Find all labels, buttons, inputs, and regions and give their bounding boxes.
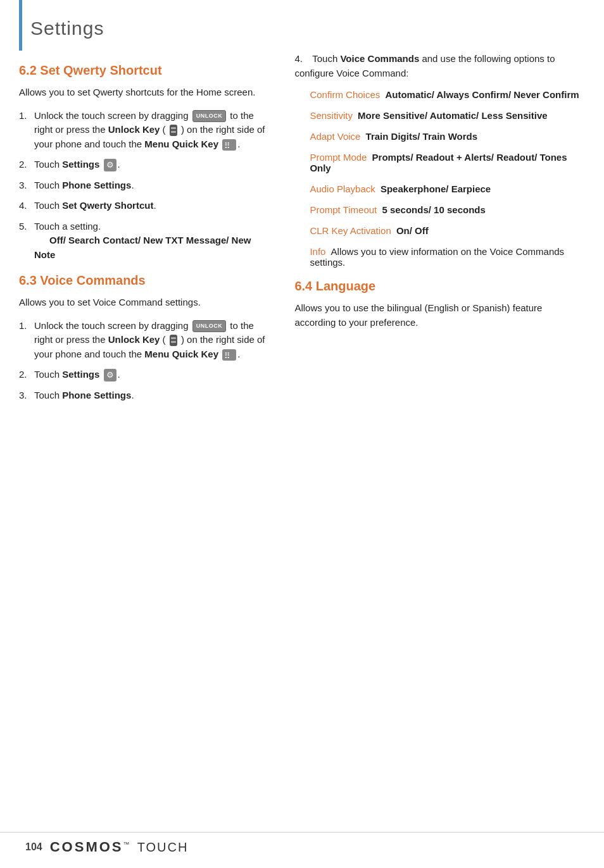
settings-icon: ⚙	[104, 369, 116, 381]
step-62-3: 3. Touch Phone Settings.	[19, 178, 269, 193]
option-prompt-timeout: Prompt Timeout 5 seconds/ 10 seconds	[310, 204, 585, 215]
right-column: 4. Touch Voice Commands and use the foll…	[282, 46, 585, 414]
option-value-adapt-voice: Train Digits/ Train Words	[366, 131, 477, 142]
menu-quick-key-label: Menu Quick Key	[144, 349, 218, 359]
step-63-3: 3. Touch Phone Settings.	[19, 388, 269, 403]
option-label-prompt-timeout: Prompt Timeout	[310, 204, 377, 215]
step-text: Touch Set Qwerty Shortcut.	[34, 199, 269, 213]
option-confirm-choices: Confirm Choices Automatic/ Always Confir…	[310, 89, 585, 100]
page-title: Settings	[0, 0, 604, 46]
step4-num: 4.	[294, 52, 310, 66]
step-63-1: 1. Unlock the touch screen by dragging U…	[19, 319, 269, 362]
menu-key-icon	[222, 139, 236, 151]
step-62-4: 4. Touch Set Qwerty Shortcut.	[19, 199, 269, 213]
section-62-desc: Allows you to set Qwerty shortcuts for t…	[19, 85, 269, 100]
option-value-audio-playback: Speakerphone/ Earpiece	[381, 183, 491, 194]
step-text: Touch Phone Settings.	[34, 178, 269, 193]
step-text: Unlock the touch screen by dragging UNLO…	[34, 109, 269, 152]
step-num: 3.	[19, 388, 34, 403]
option-label-audio-playback: Audio Playback	[310, 183, 375, 194]
option-value-prompt-timeout: 5 seconds/ 10 seconds	[382, 204, 485, 215]
option-label-sensitivity: Sensitivity	[310, 110, 353, 121]
unlock-key-label: Unlock Key	[108, 334, 160, 345]
step-62-2: 2. Touch Settings ⚙.	[19, 158, 269, 172]
option-value-clr-key: On/ Off	[396, 225, 429, 236]
option-prompt-mode: Prompt Mode Prompts/ Readout + Alerts/ R…	[310, 152, 585, 173]
unlock-key-label: Unlock Key	[108, 124, 160, 135]
unlock-button-img: UNLOCK	[192, 320, 227, 333]
step-62-5: 5. Touch a setting. Off/ Search Contact/…	[19, 220, 269, 263]
key-icon	[170, 335, 177, 346]
step-num: 1.	[19, 109, 34, 123]
section-64-desc: Allows you to use the bilingual (English…	[294, 301, 585, 330]
menu-quick-key-label: Menu Quick Key	[144, 139, 218, 149]
phone-settings-label: Phone Settings	[62, 180, 131, 190]
step-num: 2.	[19, 158, 34, 172]
step-num: 1.	[19, 319, 34, 333]
brand-touch: TOUCH	[137, 840, 189, 854]
set-qwerty-label: Set Qwerty Shortcut	[62, 200, 153, 211]
option-label-prompt-mode: Prompt Mode	[310, 152, 367, 163]
unlock-button-img: UNLOCK	[192, 110, 227, 123]
settings-label: Settings	[62, 159, 99, 170]
step-62-5-sub: Off/ Search Contact/ New TXT Message/ Ne…	[34, 235, 251, 260]
settings-icon: ⚙	[104, 159, 116, 171]
step-text: Unlock the touch screen by dragging UNLO…	[34, 319, 269, 362]
page-footer: 104 COSMOS™ TOUCH	[0, 832, 604, 855]
footer-brand-name: COSMOS™ TOUCH	[50, 839, 189, 855]
settings-label: Settings	[62, 369, 99, 380]
step-63-2: 2. Touch Settings ⚙.	[19, 368, 269, 382]
option-value-info: Allows you to view information on the Vo…	[310, 246, 564, 268]
option-label-adapt-voice: Adapt Voice	[310, 131, 360, 142]
brand-tm: ™	[123, 841, 132, 848]
voice-commands-label: Voice Commands	[340, 53, 419, 64]
two-column-layout: 6.2 Set Qwerty Shortcut Allows you to se…	[0, 46, 604, 414]
section-63-desc: Allows you to set Voice Command settings…	[19, 295, 269, 310]
footer-page-number: 104	[25, 841, 42, 853]
options-list: Confirm Choices Automatic/ Always Confir…	[310, 89, 585, 268]
option-adapt-voice: Adapt Voice Train Digits/ Train Words	[310, 131, 585, 142]
step-text: Touch Phone Settings.	[34, 388, 269, 403]
option-value-confirm-choices: Automatic/ Always Confirm/ Never Confirm	[385, 89, 579, 100]
section-64-heading: 6.4 Language	[294, 279, 585, 294]
step4-intro: 4. Touch Voice Commands and use the foll…	[294, 52, 585, 80]
left-accent-bar	[19, 0, 22, 51]
section-63-heading: 6.3 Voice Commands	[19, 273, 269, 288]
section-63-steps: 1. Unlock the touch screen by dragging U…	[19, 319, 269, 403]
key-icon	[170, 125, 177, 136]
phone-settings-label: Phone Settings	[62, 390, 131, 400]
step-62-1: 1. Unlock the touch screen by dragging U…	[19, 109, 269, 152]
step-num: 3.	[19, 178, 34, 193]
step-num: 5.	[19, 220, 34, 234]
option-clr-key: CLR Key Activation On/ Off	[310, 225, 585, 236]
brand-cosmos: COSMOS	[50, 839, 123, 855]
option-label-info: Info	[310, 246, 325, 257]
option-value-sensitivity: More Sensitive/ Automatic/ Less Sensitiv…	[358, 110, 548, 121]
option-sensitivity: Sensitivity More Sensitive/ Automatic/ L…	[310, 110, 585, 121]
step-text: Touch Settings ⚙.	[34, 368, 269, 382]
menu-key-icon	[222, 349, 236, 361]
option-info: Info Allows you to view information on t…	[310, 246, 585, 268]
page-container: Settings 6.2 Set Qwerty Shortcut Allows …	[0, 0, 604, 868]
step-num: 4.	[19, 199, 34, 213]
option-label-clr-key: CLR Key Activation	[310, 225, 391, 236]
section-62-steps: 1. Unlock the touch screen by dragging U…	[19, 109, 269, 263]
step-text: Touch Settings ⚙.	[34, 158, 269, 172]
step-num: 2.	[19, 368, 34, 382]
section-62-heading: 6.2 Set Qwerty Shortcut	[19, 63, 269, 78]
left-column: 6.2 Set Qwerty Shortcut Allows you to se…	[19, 46, 282, 414]
option-audio-playback: Audio Playback Speakerphone/ Earpiece	[310, 183, 585, 194]
step-text: Touch a setting. Off/ Search Contact/ Ne…	[34, 220, 269, 263]
option-label-confirm-choices: Confirm Choices	[310, 89, 380, 100]
